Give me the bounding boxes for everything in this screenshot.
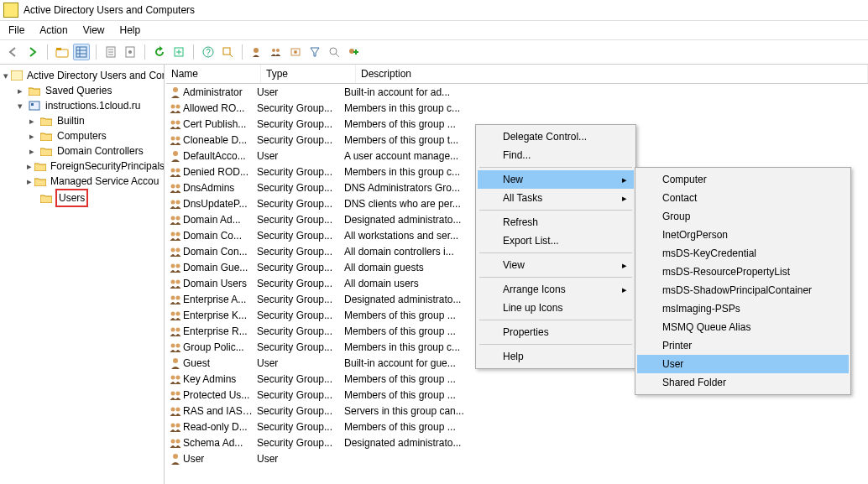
ctx-view[interactable]: View: [478, 256, 634, 274]
ctx-new[interactable]: New: [478, 170, 634, 189]
collapse-icon[interactable]: ▾: [3, 68, 8, 83]
tree-domain[interactable]: ▾ instructions.1cloud.ru: [12, 98, 164, 113]
list-row[interactable]: Read-only D...Security Group...Members o…: [166, 419, 868, 435]
ctx-line-up-icons[interactable]: Line up Icons: [478, 299, 634, 317]
domain-icon: [28, 100, 41, 112]
tree-item-users[interactable]: Users: [24, 189, 164, 207]
ctx-new-printer[interactable]: Printer: [637, 336, 849, 355]
ctx-refresh[interactable]: Refresh: [478, 213, 634, 232]
expand-icon[interactable]: ▸: [27, 128, 37, 143]
new-ou-icon[interactable]: [287, 44, 304, 60]
ctx-new-group[interactable]: Group: [637, 207, 849, 226]
ctx-find-[interactable]: Find...: [478, 146, 634, 164]
ctx-new-inetorgperson[interactable]: InetOrgPerson: [637, 226, 849, 244]
properties-button[interactable]: [122, 44, 139, 60]
expand-icon[interactable]: ▸: [27, 143, 37, 159]
cell-type: Security Group...: [257, 310, 344, 321]
tree-label: Domain Controllers: [55, 143, 145, 159]
list-row[interactable]: Allowed RO...Security Group...Members in…: [166, 100, 868, 116]
tree-item-computers[interactable]: ▸Computers: [24, 128, 164, 143]
window-title: Active Directory Users and Computers: [24, 4, 195, 16]
ctx-all-tasks[interactable]: All Tasks: [478, 189, 634, 207]
ctx-new-msmq-queue-alias[interactable]: MSMQ Queue Alias: [637, 318, 849, 336]
ctx-new-msimaging-psps[interactable]: msImaging-PSPs: [637, 299, 849, 318]
col-type[interactable]: Type: [261, 65, 356, 83]
ctx-new-shared-folder[interactable]: Shared Folder: [637, 373, 849, 392]
ctx-export-list-[interactable]: Export List...: [478, 232, 634, 250]
tree-root[interactable]: ▾ Active Directory Users and Com: [0, 68, 164, 83]
ctx-help[interactable]: Help: [478, 347, 634, 366]
search-button[interactable]: [326, 44, 342, 60]
menu-view[interactable]: View: [81, 23, 107, 38]
group-icon: [168, 420, 183, 434]
tree-panel[interactable]: ▾ Active Directory Users and Com ▸ Saved…: [0, 65, 165, 484]
tree-item-domain controllers[interactable]: ▸Domain Controllers: [24, 143, 164, 159]
filter-button[interactable]: [306, 44, 323, 60]
svg-point-55: [171, 391, 175, 395]
forward-button[interactable]: [24, 44, 41, 60]
ctx-new-msds-resourcepropertylist[interactable]: msDS-ResourcePropertyList: [637, 263, 849, 281]
cell-name: Domain Con...: [183, 246, 257, 258]
ctx-delegate-control-[interactable]: Delegate Control...: [478, 128, 634, 146]
ctx-new-msds-shadowprincipalcontainer[interactable]: msDS-ShadowPrincipalContainer: [637, 281, 849, 299]
tree-item-foreignsecurityprincipals[interactable]: ▸ForeignSecurityPrincipals: [24, 159, 164, 174]
cell-type: Security Group...: [257, 166, 344, 178]
new-container-button[interactable]: [54, 44, 71, 60]
expand-icon[interactable]: ▸: [27, 159, 32, 174]
collapse-icon[interactable]: ▾: [15, 98, 25, 113]
ctx-new-contact[interactable]: Contact: [637, 189, 849, 207]
expand-icon[interactable]: ▸: [27, 113, 37, 128]
expand-icon[interactable]: ▸: [15, 83, 25, 98]
col-name[interactable]: Name: [166, 65, 261, 83]
group-icon: [168, 277, 183, 290]
svg-point-50: [171, 343, 175, 347]
group-icon: [168, 117, 183, 131]
toolbar-separator: [47, 44, 48, 60]
ctx-arrange-icons[interactable]: Arrange Icons: [478, 280, 634, 299]
cell-type: Security Group...: [257, 102, 344, 114]
back-button[interactable]: [5, 44, 22, 60]
list-row[interactable]: Schema Ad...Security Group...Designated …: [166, 435, 868, 450]
cell-type: Security Group...: [257, 118, 344, 130]
ctx-new-computer[interactable]: Computer: [637, 170, 849, 189]
details-view-button[interactable]: [73, 44, 90, 60]
svg-point-47: [176, 311, 180, 315]
tree-item-managed service accou[interactable]: ▸Managed Service Accou: [24, 174, 164, 189]
context-menu: Delegate Control...Find...NewAll TasksRe…: [475, 124, 636, 369]
refresh-button[interactable]: [151, 44, 168, 60]
col-desc[interactable]: Description: [356, 65, 868, 83]
svg-point-25: [171, 136, 175, 140]
ctx-new-user[interactable]: User: [637, 355, 849, 373]
ctx-new-msds-keycredential[interactable]: msDS-KeyCredential: [637, 244, 849, 263]
svg-point-42: [171, 279, 175, 284]
new-user-icon[interactable]: [248, 44, 265, 60]
svg-point-33: [176, 200, 180, 204]
tree-saved-queries[interactable]: ▸ Saved Queries: [12, 83, 164, 98]
cell-name: DefaultAcco...: [183, 150, 257, 162]
tree-label: instructions.1cloud.ru: [44, 98, 142, 113]
add-to-group-icon[interactable]: [345, 44, 362, 60]
user-icon: [168, 86, 183, 99]
menu-file[interactable]: File: [7, 23, 26, 38]
tree-item-builtin[interactable]: ▸Builtin: [24, 113, 164, 128]
find-button[interactable]: [219, 44, 236, 60]
ctx-properties[interactable]: Properties: [478, 323, 634, 341]
new-group-icon[interactable]: [268, 44, 285, 60]
export-button[interactable]: [170, 44, 187, 60]
svg-point-56: [176, 391, 180, 395]
cell-type: User: [257, 453, 344, 465]
svg-text:?: ?: [206, 48, 211, 57]
list-row[interactable]: RAS and IAS ...Security Group...Servers …: [166, 403, 868, 419]
svg-point-27: [173, 151, 178, 156]
help-button[interactable]: ?: [200, 44, 217, 60]
group-icon: [168, 197, 183, 211]
list-row[interactable]: UserUser: [166, 450, 868, 466]
expand-icon[interactable]: ▸: [27, 174, 32, 189]
svg-point-29: [176, 168, 180, 172]
list-row[interactable]: AdministratorUserBuilt-in account for ad…: [166, 84, 868, 100]
cut-button[interactable]: [102, 44, 119, 60]
svg-point-46: [171, 311, 175, 315]
menu-help[interactable]: Help: [118, 23, 143, 38]
menu-action[interactable]: Action: [38, 23, 69, 38]
tree-label: Managed Service Accou: [49, 174, 160, 189]
